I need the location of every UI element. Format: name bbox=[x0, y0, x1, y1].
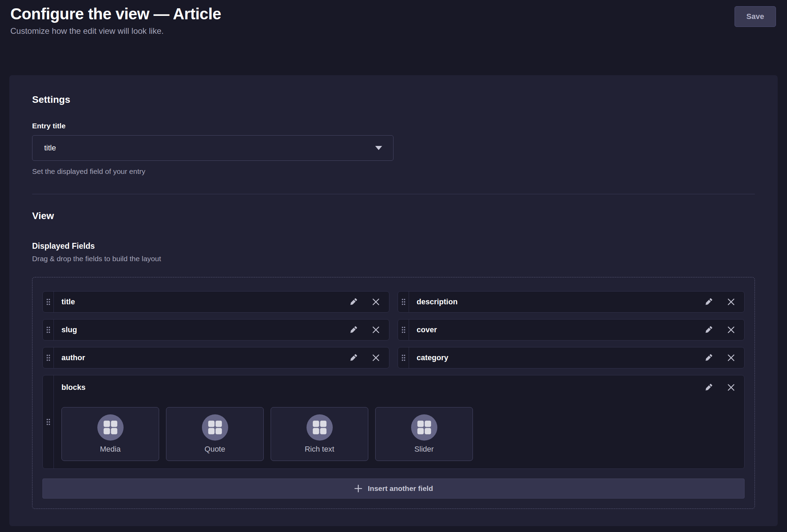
entry-title-hint: Set the displayed field of your entry bbox=[32, 167, 755, 176]
remove-field-button[interactable] bbox=[371, 325, 381, 335]
pencil-icon bbox=[703, 353, 714, 363]
settings-heading: Settings bbox=[32, 94, 755, 106]
drag-handle[interactable] bbox=[43, 375, 54, 469]
field-row: slug bbox=[42, 319, 389, 341]
component-label: Rich text bbox=[305, 445, 334, 454]
field-body: cover bbox=[409, 319, 744, 340]
insert-another-field-label: Insert another field bbox=[368, 484, 433, 493]
component-grid-icon bbox=[416, 419, 433, 436]
row-actions bbox=[348, 325, 381, 335]
component-label: Quote bbox=[205, 445, 225, 454]
component-tile-slider: Slider bbox=[375, 407, 473, 461]
close-icon bbox=[726, 353, 736, 363]
remove-field-button[interactable] bbox=[371, 353, 381, 363]
component-tile-media: Media bbox=[61, 407, 159, 461]
remove-field-button[interactable] bbox=[726, 297, 736, 307]
field-body: category bbox=[409, 347, 744, 368]
close-icon bbox=[371, 297, 381, 307]
row-actions bbox=[348, 353, 381, 363]
close-icon bbox=[726, 383, 736, 392]
caret-down-icon bbox=[375, 146, 383, 150]
field-name: cover bbox=[417, 325, 703, 334]
field-name: description bbox=[417, 297, 703, 306]
edit-field-button[interactable] bbox=[348, 325, 359, 335]
field-row: category bbox=[398, 347, 745, 368]
drag-handle[interactable] bbox=[398, 319, 409, 340]
row-actions bbox=[703, 382, 736, 393]
row-actions bbox=[348, 297, 381, 307]
drag-handle[interactable] bbox=[398, 292, 409, 312]
displayed-fields-hint: Drag & drop the fields to build the layo… bbox=[32, 254, 755, 263]
entry-title-field: Entry title title Set the displayed fiel… bbox=[32, 121, 755, 176]
insert-another-field-button[interactable]: Insert another field bbox=[42, 479, 745, 499]
component-circle bbox=[411, 414, 437, 441]
close-icon bbox=[371, 325, 381, 335]
page-header: Configure the view — Article Customize h… bbox=[0, 0, 787, 37]
view-heading: View bbox=[32, 210, 755, 222]
entry-title-label: Entry title bbox=[32, 121, 755, 130]
remove-field-button[interactable] bbox=[726, 353, 736, 363]
close-icon bbox=[726, 297, 736, 307]
close-icon bbox=[726, 325, 736, 335]
configure-view-card: Settings Entry title title Set the displ… bbox=[9, 75, 778, 526]
pencil-icon bbox=[703, 297, 714, 307]
drag-handle-icon bbox=[46, 418, 51, 426]
pencil-icon bbox=[348, 325, 359, 335]
component-grid-icon bbox=[102, 419, 119, 436]
edit-field-button[interactable] bbox=[703, 325, 714, 335]
pencil-icon bbox=[348, 353, 359, 363]
field-name: slug bbox=[61, 325, 348, 334]
drag-handle-icon bbox=[46, 354, 51, 362]
field-row: title bbox=[42, 291, 389, 313]
component-label: Media bbox=[100, 445, 121, 454]
component-tile-quote: Quote bbox=[166, 407, 264, 461]
component-grid-icon bbox=[311, 419, 328, 436]
page-subtitle: Customize how the edit view will look li… bbox=[10, 26, 776, 37]
field-row: cover bbox=[398, 319, 745, 341]
save-button[interactable]: Save bbox=[735, 6, 776, 27]
drag-handle-icon bbox=[401, 354, 406, 362]
component-tile-rich-text: Rich text bbox=[271, 407, 368, 461]
component-circle bbox=[307, 414, 333, 441]
field-row: author bbox=[42, 347, 389, 368]
pencil-icon bbox=[703, 382, 714, 393]
drag-handle[interactable] bbox=[43, 347, 54, 368]
drag-handle-icon bbox=[401, 326, 406, 334]
drag-handle[interactable] bbox=[398, 347, 409, 368]
edit-field-button[interactable] bbox=[348, 297, 359, 307]
field-name: blocks bbox=[61, 383, 703, 392]
fields-grid: title bbox=[42, 291, 745, 469]
component-label: Slider bbox=[414, 445, 434, 454]
edit-field-button[interactable] bbox=[348, 353, 359, 363]
component-grid-icon bbox=[206, 419, 224, 436]
close-icon bbox=[371, 353, 381, 363]
fields-dropzone: title bbox=[32, 277, 755, 509]
drag-handle[interactable] bbox=[43, 319, 54, 340]
field-name: category bbox=[417, 353, 703, 362]
drag-handle-icon bbox=[46, 326, 51, 334]
entry-title-select-value: title bbox=[44, 144, 56, 152]
edit-field-button[interactable] bbox=[703, 297, 714, 307]
row-actions bbox=[703, 325, 736, 335]
field-row: description bbox=[398, 291, 745, 313]
component-circle bbox=[97, 414, 124, 441]
drag-handle-icon bbox=[401, 298, 406, 306]
blocks-field-row: blocks bbox=[42, 375, 745, 469]
field-name: author bbox=[61, 353, 348, 362]
row-actions bbox=[703, 297, 736, 307]
drag-handle[interactable] bbox=[43, 292, 54, 312]
section-divider bbox=[32, 194, 755, 194]
edit-field-button[interactable] bbox=[703, 382, 714, 393]
component-circle bbox=[202, 414, 228, 441]
blocks-body: blocks bbox=[54, 375, 744, 469]
field-body: author bbox=[54, 347, 389, 368]
remove-field-button[interactable] bbox=[371, 297, 381, 307]
entry-title-select[interactable]: title bbox=[32, 135, 394, 161]
components-row: Media Quote bbox=[61, 407, 736, 461]
field-body: title bbox=[54, 292, 389, 312]
blocks-head: blocks bbox=[61, 382, 736, 393]
edit-field-button[interactable] bbox=[703, 353, 714, 363]
remove-field-button[interactable] bbox=[726, 383, 736, 392]
remove-field-button[interactable] bbox=[726, 325, 736, 335]
pencil-icon bbox=[348, 297, 359, 307]
